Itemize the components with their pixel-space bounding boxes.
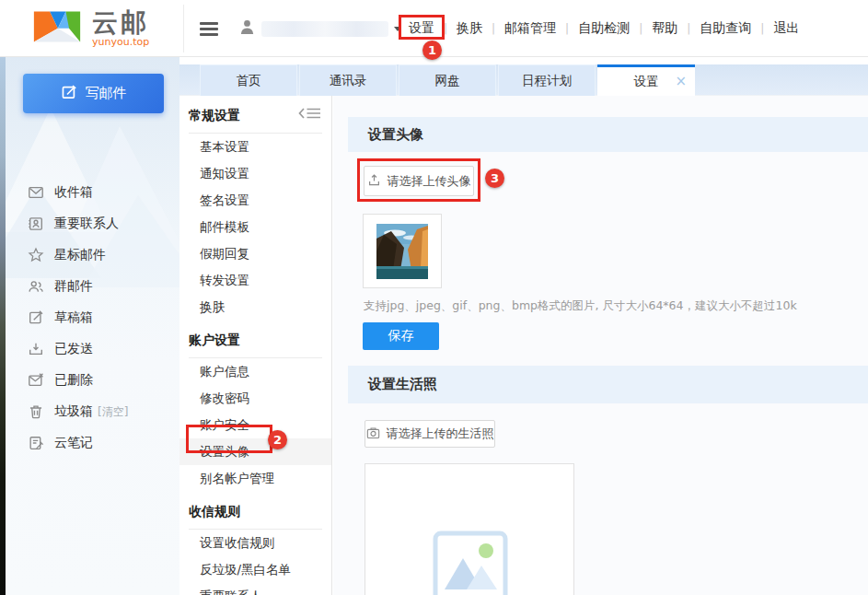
snav-item-set-avatar[interactable]: 设置头像 xyxy=(179,438,331,465)
snav-item-account-security[interactable]: 账户安全 xyxy=(179,412,331,438)
deleted-mail-icon xyxy=(28,372,44,389)
menu-separator: | xyxy=(637,22,644,35)
image-placeholder-icon xyxy=(433,531,508,595)
contact-card-icon xyxy=(28,216,44,232)
group-users-icon xyxy=(28,278,44,295)
annotation-badge-step2: 2 xyxy=(268,430,287,449)
tab-label: 通讯录 xyxy=(330,73,367,89)
tab-schedule[interactable]: 日程计划 xyxy=(498,64,596,96)
snav-item-set-receive-rules[interactable]: 设置收信规则 xyxy=(179,530,331,556)
snav-item-antispam-blackwhite-list[interactable]: 反垃圾/黑白名单 xyxy=(179,556,331,583)
settings-nav: 常规设置 基本设置 通知设置 签名设置 邮件模板 假期回复 转发设置 换肤 账户… xyxy=(179,96,332,595)
tab-contacts[interactable]: 通讯录 xyxy=(299,64,397,96)
sidebar-item-deleted[interactable]: 已删除 xyxy=(0,365,179,396)
snav-item-vacation-reply[interactable]: 假期回复 xyxy=(179,240,331,267)
sidebar-item-label: 群邮件 xyxy=(54,278,93,295)
trash-empty-link[interactable]: [清空] xyxy=(98,404,128,420)
snav-item-notification-settings[interactable]: 通知设置 xyxy=(179,160,331,187)
sidebar-item-important-contacts[interactable]: 重要联系人 xyxy=(0,208,179,239)
user-email-redacted xyxy=(261,21,388,37)
note-icon xyxy=(28,435,44,451)
tab-home[interactable]: 首页 xyxy=(200,64,297,96)
logo-envelope-icon xyxy=(33,8,81,49)
snav-item-forward-settings[interactable]: 转发设置 xyxy=(179,267,331,294)
photo-section-title: 设置生活照 xyxy=(368,376,437,393)
snav-group-account: 账户设置 xyxy=(189,321,322,358)
snav-item-account-info[interactable]: 账户信息 xyxy=(179,358,331,385)
user-icon xyxy=(240,19,254,39)
draft-edit-icon xyxy=(28,309,44,326)
menu-self-query[interactable]: 自助查询 xyxy=(692,20,758,37)
sidebar-item-label: 草稿箱 xyxy=(54,309,93,326)
menu-separator: | xyxy=(563,22,571,35)
snav-item-signature-settings[interactable]: 签名设置 xyxy=(179,187,331,214)
tab-close-icon[interactable]: × xyxy=(675,72,687,88)
snav-item-mail-template[interactable]: 邮件模板 xyxy=(179,214,331,240)
snav-item-basic-settings[interactable]: 基本设置 xyxy=(179,134,331,160)
sidebar-item-cloud-notes[interactable]: 云笔记 xyxy=(0,427,179,459)
snav-item-important-contacts[interactable]: 重要联系人 xyxy=(179,583,331,595)
menu-settings[interactable]: 设置 xyxy=(401,20,442,37)
menu-separator: | xyxy=(442,22,449,35)
sidebar-item-group-mail[interactable]: 群邮件 xyxy=(0,271,179,302)
save-button[interactable]: 保存 xyxy=(363,322,439,350)
tab-settings[interactable]: 设置 × xyxy=(597,64,695,96)
snav-group-general: 常规设置 xyxy=(189,96,322,134)
inbox-envelope-icon xyxy=(28,184,44,201)
sidebar-item-label: 星标邮件 xyxy=(54,247,106,263)
snav-item-change-skin[interactable]: 换肤 xyxy=(179,294,331,321)
sidebar-item-starred[interactable]: 星标邮件 xyxy=(0,239,179,271)
trash-icon xyxy=(28,403,44,420)
star-icon xyxy=(28,247,44,263)
tab-label: 设置 xyxy=(634,74,659,90)
sidebar-item-label: 云笔记 xyxy=(54,435,93,451)
logo[interactable]: 云邮 yunyou.top xyxy=(33,8,149,49)
tab-label: 首页 xyxy=(237,73,261,89)
upload-life-photo-button[interactable]: 请选择上传的生活照 xyxy=(365,420,495,448)
compose-label: 写邮件 xyxy=(86,85,127,102)
mail-sidebar: 写邮件 收件箱 重要联系人 星标邮件 xyxy=(0,57,179,595)
webmail-app: 云邮 yunyou.top 设置 | 换肤 | 邮箱管理 | 自助检测 | 帮助… xyxy=(0,0,868,595)
menu-change-skin[interactable]: 换肤 xyxy=(449,20,490,37)
menu-help[interactable]: 帮助 xyxy=(644,20,685,37)
menu-logout[interactable]: 退出 xyxy=(766,20,806,37)
sidebar-item-sent[interactable]: 已发送 xyxy=(0,333,179,365)
tab-label: 日程计划 xyxy=(522,73,572,89)
sidebar-item-label: 已发送 xyxy=(54,341,93,357)
snav-item-alias-account-management[interactable]: 别名帐户管理 xyxy=(179,465,331,492)
avatar-section-header: 设置头像 xyxy=(348,117,868,152)
snav-group-label: 收信规则 xyxy=(189,504,240,519)
camera-icon xyxy=(366,426,380,442)
avatar-hint-text: 支持jpg、jpeg、gif、png、bmp格式的图片, 尺寸大小64*64，建… xyxy=(364,298,797,314)
avatar-preview-frame xyxy=(363,214,442,288)
sidebar-item-inbox[interactable]: 收件箱 xyxy=(0,177,179,208)
logo-title: 云邮 xyxy=(92,9,149,37)
sidebar-item-label: 垃圾箱 xyxy=(54,403,93,420)
sidebar-item-label: 收件箱 xyxy=(54,184,93,201)
menu-separator: | xyxy=(758,22,766,35)
menu-separator: | xyxy=(490,22,497,35)
logo-subtitle: yunyou.top xyxy=(92,37,149,48)
menu-self-check[interactable]: 自助检测 xyxy=(571,20,637,37)
snav-group-label: 账户设置 xyxy=(189,332,240,347)
upload-avatar-button[interactable]: 请选择上传头像 xyxy=(364,166,474,196)
tab-strip: 首页 通讯录 网盘 日程计划 设置 × xyxy=(179,64,868,96)
snav-item-change-password[interactable]: 修改密码 xyxy=(179,385,331,412)
sidebar-item-drafts[interactable]: 草稿箱 xyxy=(0,302,179,333)
upload-life-photo-label: 请选择上传的生活照 xyxy=(387,426,494,442)
sidebar-item-trash[interactable]: 垃圾箱 [清空] xyxy=(0,396,179,427)
snav-group-label: 常规设置 xyxy=(189,108,240,122)
topbar-divider xyxy=(183,5,184,52)
compose-button[interactable]: 写邮件 xyxy=(23,74,164,113)
tab-netdisk[interactable]: 网盘 xyxy=(399,64,496,96)
settings-content: 设置头像 请选择上传头像 支持jpg、jpeg、gif、png、bmp xyxy=(333,96,868,595)
annotation-badge-step1: 1 xyxy=(422,41,442,60)
sidebar-item-label: 已删除 xyxy=(54,372,93,389)
avatar-preview-image xyxy=(376,224,428,279)
user-account[interactable] xyxy=(240,0,401,57)
hamburger-menu-icon[interactable] xyxy=(200,22,218,36)
menu-mailbox-management[interactable]: 邮箱管理 xyxy=(497,20,563,37)
collapse-nav-icon[interactable] xyxy=(298,107,322,122)
tab-label: 网盘 xyxy=(435,73,460,89)
upload-icon xyxy=(367,173,381,190)
